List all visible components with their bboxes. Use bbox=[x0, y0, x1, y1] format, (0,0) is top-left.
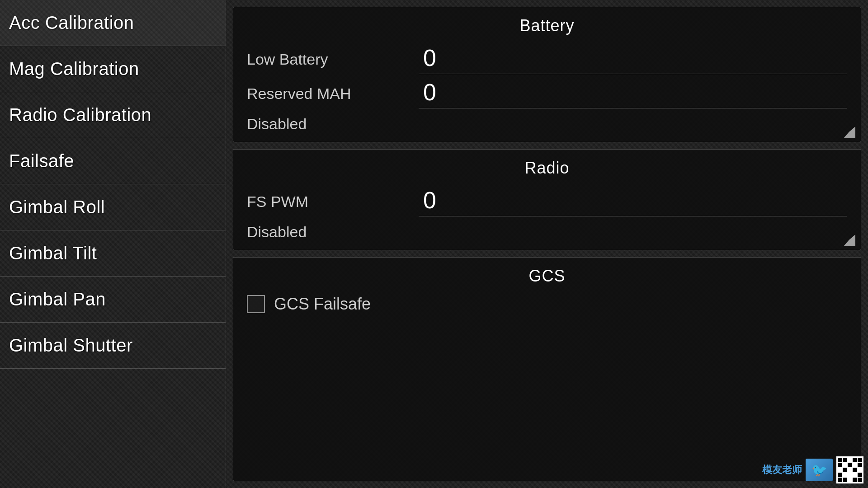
fs-pwm-label: FS PWM bbox=[247, 193, 419, 211]
battery-disabled-label: Disabled bbox=[247, 115, 307, 133]
gcs-panel: GCS GCS Failsafe bbox=[233, 257, 861, 481]
sidebar-item-radio-calibration[interactable]: Radio Calibration bbox=[0, 92, 226, 138]
battery-panel-title: Battery bbox=[247, 16, 847, 35]
gcs-failsafe-label: GCS Failsafe bbox=[274, 295, 371, 314]
low-battery-label: Low Battery bbox=[247, 51, 419, 68]
sidebar-item-acc-calibration[interactable]: Acc Calibration bbox=[0, 0, 226, 46]
watermark-text: 模友老师 bbox=[762, 463, 802, 477]
sidebar-item-gimbal-roll[interactable]: Gimbal Roll bbox=[0, 184, 226, 230]
low-battery-row: Low Battery 0 bbox=[247, 44, 847, 74]
sidebar-item-gimbal-pan[interactable]: Gimbal Pan bbox=[0, 277, 226, 323]
radio-panel: Radio FS PWM 0 Disabled bbox=[233, 149, 861, 250]
right-content: Battery Low Battery 0 Reserved MAH 0 Dis… bbox=[226, 0, 868, 488]
radio-disabled-label: Disabled bbox=[247, 223, 307, 241]
battery-corner-arrow bbox=[844, 127, 855, 138]
radio-disabled-row: Disabled bbox=[247, 223, 847, 241]
reserved-mah-value[interactable]: 0 bbox=[419, 79, 847, 108]
watermark: 模友老师 🐦 bbox=[762, 456, 863, 483]
battery-disabled-row: Disabled bbox=[247, 115, 847, 133]
gcs-failsafe-checkbox[interactable] bbox=[247, 295, 265, 313]
radio-panel-title: Radio bbox=[247, 159, 847, 178]
reserved-mah-row: Reserved MAH 0 bbox=[247, 79, 847, 108]
radio-corner-arrow bbox=[844, 235, 855, 246]
fs-pwm-row: FS PWM 0 bbox=[247, 187, 847, 216]
sidebar-item-failsafe[interactable]: Failsafe bbox=[0, 138, 226, 184]
qr-code bbox=[836, 456, 863, 483]
gcs-failsafe-row: GCS Failsafe bbox=[247, 295, 847, 314]
main-layout: Acc Calibration Mag Calibration Radio Ca… bbox=[0, 0, 868, 488]
sidebar-item-gimbal-shutter[interactable]: Gimbal Shutter bbox=[0, 323, 226, 369]
sidebar-item-mag-calibration[interactable]: Mag Calibration bbox=[0, 46, 226, 92]
gcs-panel-title: GCS bbox=[247, 267, 847, 286]
reserved-mah-label: Reserved MAH bbox=[247, 85, 419, 103]
sidebar: Acc Calibration Mag Calibration Radio Ca… bbox=[0, 0, 226, 488]
low-battery-value[interactable]: 0 bbox=[419, 44, 847, 74]
fs-pwm-value[interactable]: 0 bbox=[419, 187, 847, 216]
battery-panel: Battery Low Battery 0 Reserved MAH 0 Dis… bbox=[233, 7, 861, 142]
sidebar-item-gimbal-tilt[interactable]: Gimbal Tilt bbox=[0, 230, 226, 277]
bird-icon: 🐦 bbox=[806, 459, 833, 481]
